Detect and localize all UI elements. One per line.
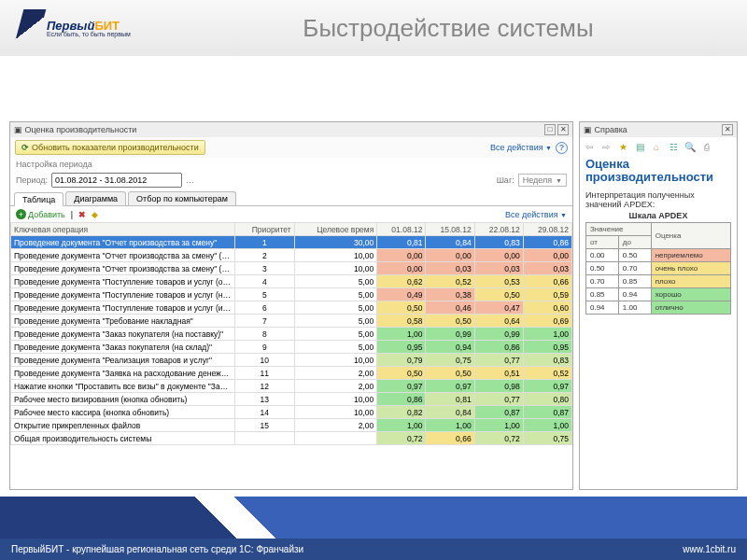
period-picker-icon[interactable]: … <box>186 175 194 185</box>
col-header[interactable]: Целевое время <box>294 223 377 236</box>
app-icon: ▣ <box>14 125 22 134</box>
table-row[interactable]: Рабочее место кассира (кнопка обновить)1… <box>11 406 572 419</box>
maximize-icon[interactable]: □ <box>544 124 556 135</box>
scale-row: 0.000.50неприемлемо <box>586 248 731 261</box>
settings-icon[interactable]: ◆ <box>92 210 98 219</box>
table-row[interactable]: Проведение документа "Отчет производства… <box>11 249 572 262</box>
nav-fwd-icon[interactable]: ⇨ <box>599 140 613 153</box>
table-row[interactable]: Проведение документа "Поступление товаро… <box>11 275 572 288</box>
plus-icon: + <box>16 209 26 219</box>
table-row[interactable]: Общая производительность системы0,720,66… <box>11 432 572 445</box>
table-row[interactable]: Рабочее место визирования (кнопка обнови… <box>11 393 572 406</box>
home-icon[interactable]: ⌂ <box>650 140 663 153</box>
help-window-icon: ▣ <box>584 125 592 134</box>
refresh-icon: ⟳ <box>21 143 29 152</box>
col-header[interactable]: 29.08.12 <box>523 223 571 236</box>
slide-footer: ПервыйБИТ - крупнейшая региональная сеть… <box>0 497 747 560</box>
toc-icon[interactable]: ▤ <box>633 140 646 153</box>
close-icon[interactable]: ✕ <box>557 124 569 135</box>
scale-row: 0.700.85плохо <box>586 274 731 287</box>
help-icon[interactable]: ? <box>556 142 568 154</box>
apdex-scale-table: ЗначениеОценка отдо 0.000.50неприемлемо0… <box>585 222 731 315</box>
star-icon[interactable]: ★ <box>616 140 629 153</box>
col-header[interactable]: 01.08.12 <box>377 223 426 236</box>
step-select[interactable]: Неделя▼ <box>518 174 567 187</box>
scale-row: 0.941.00отлично <box>586 301 731 314</box>
table-row[interactable]: Проведение документа "Поступление товаро… <box>11 288 572 301</box>
col-header[interactable]: Ключевая операция <box>11 223 235 236</box>
col-header[interactable]: 22.08.12 <box>474 223 523 236</box>
help-window-title: Справка <box>595 125 627 134</box>
help-close-icon[interactable]: ✕ <box>722 124 733 135</box>
scale-row: 0.850.94хорошо <box>586 287 731 301</box>
table-row[interactable]: Проведение документа "Реализация товаров… <box>11 354 572 367</box>
tab-filter-computers[interactable]: Отбор по компьютерам <box>128 191 236 205</box>
table-row[interactable]: Открытие прикрепленных файлов152,001,001… <box>11 419 572 432</box>
help-desc: Интерпретация полученных значений APDEX: <box>585 190 731 209</box>
nav-back-icon[interactable]: ⇦ <box>583 140 596 153</box>
period-label: Период: <box>16 175 48 185</box>
col-header[interactable]: 15.08.12 <box>426 223 474 236</box>
help-heading: Оценка производительности <box>580 156 737 187</box>
table-row[interactable]: Проведение документа "Поступление товаро… <box>11 301 572 315</box>
delete-button[interactable]: ✖ <box>78 210 86 219</box>
performance-table[interactable]: Ключевая операцияПриоритетЦелевое время0… <box>10 222 572 489</box>
all-actions-menu[interactable]: Все действия ▼ <box>490 143 552 152</box>
print-icon[interactable]: ⎙ <box>700 140 713 153</box>
help-window: ▣ Справка ✕ ⇦ ⇨ ★ ▤ ⌂ ☷ 🔍 ⎙ Оценка произ… <box>579 121 738 490</box>
main-window: ▣ Оценка производительности □ ✕ ⟳ Обнови… <box>9 121 573 490</box>
step-label: Шаг: <box>497 175 514 185</box>
tab-table[interactable]: Таблица <box>14 192 63 206</box>
tab-diagram[interactable]: Диаграмма <box>65 191 126 205</box>
tree-icon[interactable]: ☷ <box>667 140 680 153</box>
slide-header: ПервыйБИТ Если быть, то быть первым Быст… <box>0 0 747 56</box>
table-row[interactable]: Проведение документа "Отчет производства… <box>11 236 572 249</box>
table-row[interactable]: Проведение документа "Заказ покупателя (… <box>11 341 572 354</box>
table-row[interactable]: Нажатие кнопки "Проставить все визы" в д… <box>11 380 572 393</box>
apdex-scale-title: Шкала APDEX <box>585 211 731 220</box>
table-row[interactable]: Проведение документа "Заказ покупателя (… <box>11 328 572 341</box>
footer-url: www.1cbit.ru <box>683 544 736 554</box>
window-title: Оценка производительности <box>25 125 137 134</box>
table-row[interactable]: Проведение документа "Заявка на расходов… <box>11 367 572 380</box>
help-toolbar: ⇦ ⇨ ★ ▤ ⌂ ☷ 🔍 ⎙ <box>580 137 737 156</box>
table-row[interactable]: Проведение документа "Отчет производства… <box>11 262 572 275</box>
scale-row: 0.500.70очень плохо <box>586 261 731 274</box>
search-icon[interactable]: 🔍 <box>684 140 697 153</box>
logo: ПервыйБИТ Если быть, то быть первым <box>19 5 168 51</box>
footer-text: ПервыйБИТ - крупнейшая региональная сеть… <box>11 544 303 554</box>
add-button[interactable]: +Добавить <box>16 209 65 219</box>
all-actions-table[interactable]: Все действия ▼ <box>505 210 567 219</box>
table-row[interactable]: Проведение документа "Требование накладн… <box>11 315 572 328</box>
slide-title: Быстродействие системы <box>168 14 728 43</box>
period-section-label: Настройка периода <box>10 158 572 171</box>
period-input[interactable] <box>51 173 182 188</box>
refresh-button[interactable]: ⟳ Обновить показатели производительности <box>15 140 205 155</box>
main-title-bar: ▣ Оценка производительности □ ✕ <box>10 122 572 137</box>
col-header[interactable]: Приоритет <box>235 223 295 236</box>
